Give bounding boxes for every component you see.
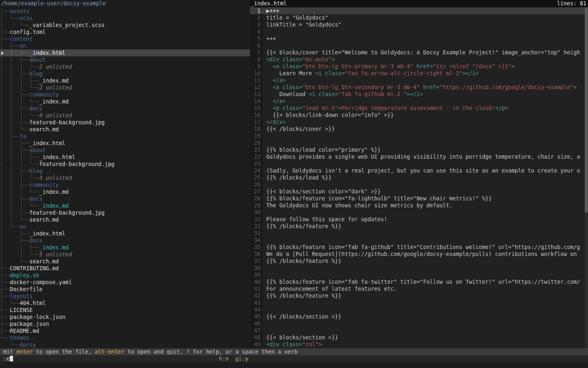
tree-row[interactable]: │ │ └──search.md <box>0 126 250 133</box>
tree-row[interactable]: │ │ │ └──_index.md <box>0 202 250 209</box>
text-segment: <i class= <box>315 70 345 76</box>
tree-row[interactable]: │ └──404.html <box>0 300 250 307</box>
code-line-text <box>263 28 266 35</box>
tree-row[interactable]: │ │ ├──_index.md <box>0 244 250 251</box>
tree-file-name: package.json <box>10 321 49 327</box>
tree-branch-lines: │ │ ├── <box>0 119 29 126</box>
tree-row[interactable]: │ │ └──search.md <box>0 216 250 223</box>
tree-row[interactable]: │ │ │ └──9 unlisted <box>0 112 250 119</box>
tree-row[interactable]: │ │ │ ├──_index.html <box>0 154 250 161</box>
tree-row[interactable]: ├──LICENSE <box>0 307 250 314</box>
tree-row[interactable]: ├──docker-compose.yaml <box>0 279 250 286</box>
code-line-text <box>263 272 266 278</box>
tree-row[interactable]: │ │ │ ├──_index.md <box>0 77 250 84</box>
text-segment: > <box>511 63 514 70</box>
tree-file-name: search.md <box>29 217 59 223</box>
command-input-text: :e <box>3 356 10 362</box>
tree-row[interactable]: ├──layouts <box>0 293 250 300</box>
tree-row[interactable]: │ │ ├──docs <box>0 195 250 202</box>
tree-file-name: _variables_project.scss <box>29 22 105 28</box>
text-segment: Learn More <box>266 70 315 76</box>
tree-branch-lines: │ ├── <box>0 238 29 244</box>
tree-file-name: _index.html <box>29 140 65 146</box>
line-number: 25 <box>250 174 263 181</box>
tree-branch-lines: │ │ ├── <box>0 245 39 251</box>
tree-file-name: LICENSE <box>10 307 33 313</box>
tree-branch-lines: │ │ │ └── <box>0 99 39 105</box>
tree-row[interactable]: ├──content <box>0 36 250 43</box>
tree-row[interactable]: └──themes <box>0 334 250 341</box>
tree-row[interactable]: ├──Dockerfile <box>0 286 250 293</box>
tree-file-name: package-lock.json <box>10 314 65 320</box>
tree-row[interactable]: ▶│ │ ├──_index.html <box>0 49 250 56</box>
tree-branch-lines: │ │ ├── <box>0 196 29 202</box>
tree-row[interactable]: ├──CONTRIBUTING.md <box>0 265 250 272</box>
tree-row[interactable]: │ │ ├──blog <box>0 70 250 77</box>
tree-row[interactable]: │ │ ├──blog <box>0 168 250 175</box>
code-line-text: <div class="mx-auto"> <box>263 56 335 63</box>
code-line: 29The Goldydocs UI now shows chair size … <box>250 202 588 209</box>
tree-file-name: _index.md <box>39 203 69 209</box>
tree-row[interactable]: │ │ └──5 unlisted <box>0 251 250 258</box>
code-line-text: {{< /blocks/cover >}} <box>263 126 335 132</box>
code-line: 43 <box>250 299 588 306</box>
preview-scrollbar[interactable] <box>585 7 588 348</box>
text-segment: to open the file, <box>33 349 95 355</box>
code-line-text: <div class="col"> <box>263 341 322 348</box>
tree-row[interactable]: │ ├──en <box>0 43 250 49</box>
tree-row[interactable]: │ │ ├──_index.html <box>0 140 250 147</box>
tree-row[interactable]: │ │ ├──featured-background.jpg <box>0 209 250 216</box>
tree-file-name: 5 unlisted <box>39 251 72 258</box>
line-number: 26 <box>250 181 263 188</box>
tree-branch-lines: │ │ ├── <box>0 92 29 98</box>
code-line: 19 <box>250 132 588 139</box>
tree-row[interactable]: │ │ │ └──featured-background.jpg <box>0 161 250 168</box>
command-input-bar[interactable]: :e h:n gi:y <box>0 355 588 362</box>
tree-branch-lines: │ │ └── <box>0 251 39 258</box>
line-number: 28 <box>250 195 263 202</box>
tree-row[interactable]: │ │ │ └──3 unlisted <box>0 175 250 182</box>
code-line: 28{{% blocks/feature icon="fa-lightbulb"… <box>250 195 588 202</box>
line-number: 30 <box>250 209 263 216</box>
line-number: 48 <box>250 334 263 341</box>
code-line: 41For announcement of latest features et… <box>250 285 588 292</box>
text-segment: y <box>245 356 248 362</box>
tree-row[interactable]: │ ├──docs <box>0 237 250 244</box>
text-segment: "mx-auto" <box>302 56 332 63</box>
tree-row[interactable]: │ └──no <box>0 223 250 230</box>
tree-row[interactable]: ├──package-lock.json <box>0 314 250 321</box>
tree-row[interactable]: │ │ │ └──2 unlisted <box>0 84 250 91</box>
tree-row[interactable]: │ │ ├──about <box>0 56 250 63</box>
tree-row[interactable]: │ │ ├──about <box>0 147 250 154</box>
tree-row[interactable]: │ │ ├──featured-background.jpg <box>0 119 250 126</box>
tree-row[interactable]: ├──assets <box>0 8 250 15</box>
line-number: 49 <box>250 341 263 348</box>
scrollbar-thumb[interactable] <box>585 7 588 213</box>
line-number: 31 <box>250 216 263 223</box>
code-line-text <box>263 132 266 139</box>
tree-row[interactable]: │ └──scss <box>0 15 250 22</box>
tree-row[interactable]: ├──config.toml <box>0 29 250 36</box>
code-line: 15 <p class="lead mt-5">Porridge tempera… <box>250 105 588 112</box>
tree-row[interactable]: ├──README.md <box>0 328 250 334</box>
tree-row[interactable]: │ │ │ └──2 unlisted <box>0 63 250 70</box>
tree-row[interactable]: │ ├──fa <box>0 133 250 140</box>
tree-row[interactable]: │ │ ├──docs <box>0 105 250 112</box>
tree-row[interactable]: ├──deploy.sh <box>0 272 250 279</box>
command-input[interactable]: :e <box>3 355 13 362</box>
tree-row[interactable]: │ └──_variables_project.scss <box>0 22 250 29</box>
tree-row[interactable]: ├──package.json <box>0 321 250 328</box>
code-line: 4 <box>250 28 588 35</box>
tree-row[interactable]: │ └──search.md <box>0 258 250 265</box>
text-segment: +++ <box>266 36 276 42</box>
code-line: 8<div class="mx-auto"> <box>250 56 588 63</box>
tree-row[interactable]: └──docsy <box>0 341 250 348</box>
tree-row[interactable]: │ │ │ └──_index.md <box>0 188 250 195</box>
tree-row[interactable]: │ │ │ └──_index.md <box>0 98 250 105</box>
tree-row[interactable]: │ ├──_index.html <box>0 230 250 237</box>
line-number: 8 <box>250 56 263 63</box>
tree-row[interactable]: │ │ ├──community <box>0 182 250 188</box>
text-segment: {{< blocks/section >}} <box>266 334 338 341</box>
tree-row[interactable]: │ │ ├──community <box>0 91 250 98</box>
text-segment: Download <box>266 91 309 97</box>
